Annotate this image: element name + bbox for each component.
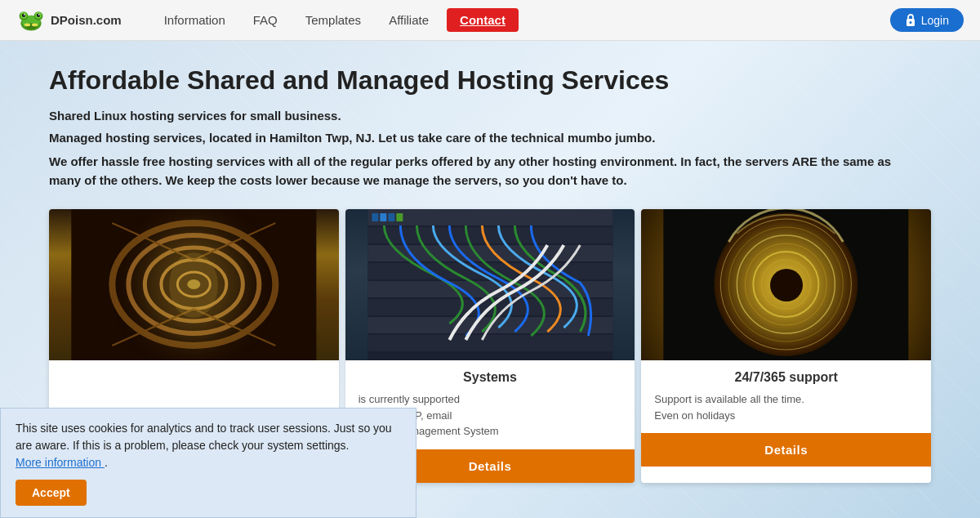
cookie-more-info-link[interactable]: More information (16, 456, 105, 469)
card-support-image (641, 209, 931, 360)
svg-rect-35 (372, 213, 378, 221)
nav-item-affiliate[interactable]: Affiliate (379, 8, 439, 32)
navbar: DPoisn.com Information FAQ Templates Aff… (0, 0, 980, 41)
svg-point-48 (780, 278, 793, 291)
nav-item-faq[interactable]: FAQ (243, 8, 287, 32)
nav-links: Information FAQ Templates Affiliate Cont… (154, 8, 890, 32)
tunnel-svg (49, 209, 339, 360)
svg-point-9 (38, 13, 40, 15)
svg-point-8 (24, 13, 25, 15)
svg-rect-30 (368, 263, 612, 279)
svg-rect-36 (380, 213, 386, 221)
hero-subtitle1: Shared Linux hosting services for small … (49, 109, 931, 123)
card-tunnel-image (49, 209, 339, 360)
svg-point-47 (772, 270, 801, 299)
svg-rect-27 (368, 209, 612, 226)
cookie-message: This site uses cookies for analytics and… (16, 422, 392, 452)
logo-link[interactable]: DPoisn.com (16, 6, 122, 35)
svg-point-14 (909, 21, 911, 24)
cookie-accept-button[interactable]: Accept (16, 480, 87, 506)
card-support-details-button[interactable]: Details (641, 433, 931, 467)
cables-svg (345, 209, 635, 360)
nav-item-information[interactable]: Information (154, 8, 235, 32)
lock-icon (905, 13, 916, 27)
disk-svg (641, 209, 931, 360)
svg-point-20 (177, 272, 210, 297)
svg-point-12 (32, 23, 38, 26)
nav-item-contact[interactable]: Contact (447, 8, 519, 32)
card-support: 24/7/365 support Support is available al… (641, 209, 931, 483)
card-systems-image (345, 209, 635, 360)
card-support-title: 24/7/365 support (654, 370, 918, 385)
svg-point-19 (161, 260, 226, 309)
svg-rect-37 (388, 213, 394, 221)
svg-rect-38 (396, 213, 403, 221)
svg-point-6 (22, 13, 26, 17)
card-support-info: 24/7/365 support Support is available al… (641, 360, 931, 433)
svg-point-21 (187, 279, 200, 289)
card-support-text: Support is available all the time.Even o… (654, 391, 918, 423)
svg-point-7 (37, 13, 41, 17)
login-button[interactable]: Login (890, 8, 964, 32)
logo-frog-icon (16, 6, 46, 35)
logo-text: DPoisn.com (51, 13, 122, 27)
cookie-banner: This site uses cookies for analytics and… (0, 408, 416, 518)
svg-point-11 (24, 23, 30, 26)
svg-rect-34 (368, 335, 612, 351)
hero-title: Affordable Shared and Managed Hosting Se… (49, 65, 931, 96)
card-systems-title: Systems (359, 370, 622, 385)
hero-body: We offer hassle free hosting services wi… (49, 153, 906, 190)
svg-point-40 (715, 212, 858, 356)
login-label: Login (921, 14, 949, 27)
nav-item-templates[interactable]: Templates (296, 8, 371, 32)
svg-rect-15 (71, 209, 316, 360)
hero-subtitle2: Managed hosting services, located in Ham… (49, 131, 931, 145)
